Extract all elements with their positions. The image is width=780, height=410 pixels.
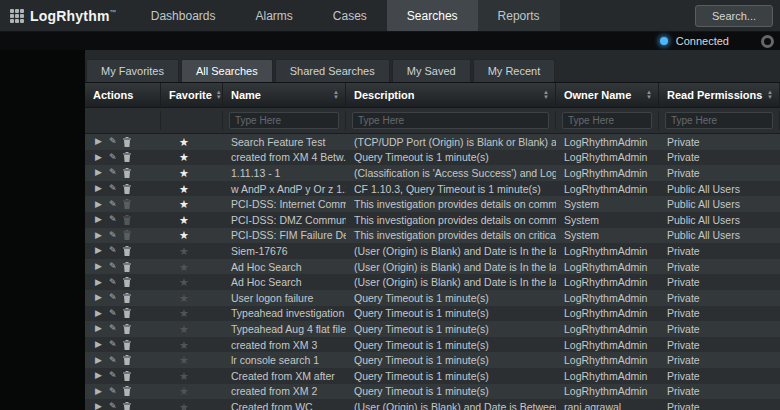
delete-search-button[interactable]: [123, 293, 131, 303]
delete-search-button[interactable]: [123, 371, 131, 381]
table-row[interactable]: ▶ ✎ ★ Ad Hoc Search (User (Origin) is Bl…: [85, 274, 780, 290]
run-search-button[interactable]: ▶: [95, 340, 102, 349]
delete-search-button[interactable]: [123, 262, 131, 272]
column-header-description[interactable]: Description ▲▼: [346, 83, 556, 107]
run-search-button[interactable]: ▶: [95, 262, 102, 271]
table-row[interactable]: ▶ ✎ ★ Ad Hoc Search (User (Origin) is Bl…: [85, 259, 780, 275]
table-row[interactable]: ▶ ✎ ★ 1.11.13 - 1 (Classification is 'Ac…: [85, 165, 780, 181]
edit-search-button[interactable]: ✎: [109, 184, 117, 193]
table-row[interactable]: ▶ ✎ ★ Typeahead investigation ... Query …: [85, 306, 780, 322]
edit-search-button[interactable]: ✎: [109, 356, 117, 365]
run-search-button[interactable]: ▶: [95, 200, 102, 209]
run-search-button[interactable]: ▶: [95, 356, 102, 365]
delete-search-button[interactable]: [123, 184, 131, 194]
delete-search-button[interactable]: [123, 246, 131, 256]
run-search-button[interactable]: ▶: [95, 168, 102, 177]
name-filter-input[interactable]: [229, 112, 339, 129]
delete-search-button[interactable]: [123, 402, 131, 410]
favorite-star-icon[interactable]: ★: [169, 261, 189, 273]
run-search-button[interactable]: ▶: [95, 309, 102, 318]
run-search-button[interactable]: ▶: [95, 371, 102, 380]
edit-search-button[interactable]: ✎: [109, 371, 117, 380]
favorite-star-icon[interactable]: ★: [169, 370, 189, 382]
delete-search-button[interactable]: [123, 137, 131, 147]
favorite-star-icon[interactable]: ★: [169, 151, 189, 163]
column-header-owner-name[interactable]: Owner Name ▲▼: [556, 83, 659, 107]
table-row[interactable]: ▶ ✎ ★ Siem-17676 (User (Origin) is Blank…: [85, 243, 780, 259]
edit-search-button[interactable]: ✎: [109, 231, 117, 240]
favorite-star-icon[interactable]: ★: [169, 167, 189, 179]
run-search-button[interactable]: ▶: [95, 153, 102, 162]
edit-search-button[interactable]: ✎: [109, 278, 117, 287]
connection-status-icon[interactable]: [761, 35, 774, 48]
edit-search-button[interactable]: ✎: [109, 324, 117, 333]
delete-search-button[interactable]: [123, 324, 131, 334]
favorite-star-icon[interactable]: ★: [169, 229, 189, 241]
run-search-button[interactable]: ▶: [95, 402, 102, 410]
run-search-button[interactable]: ▶: [95, 215, 102, 224]
tab-my-saved[interactable]: My Saved: [392, 59, 471, 82]
run-search-button[interactable]: ▶: [95, 324, 102, 333]
sort-icon[interactable]: ▲▼: [329, 90, 339, 100]
edit-search-button[interactable]: ✎: [109, 137, 117, 146]
favorite-star-icon[interactable]: ★: [169, 385, 189, 397]
sort-icon[interactable]: ▲▼: [642, 90, 652, 100]
table-row[interactable]: ▶ ✎ ★ PCI-DSS: DMZ Communic... This inve…: [85, 212, 780, 228]
nav-item-dashboards[interactable]: Dashboards: [131, 0, 236, 31]
column-header-name[interactable]: Name ▲▼: [223, 83, 346, 107]
delete-search-button[interactable]: [123, 230, 131, 240]
search-button[interactable]: Search...: [695, 5, 773, 27]
tab-my-favorites[interactable]: My Favorites: [86, 59, 179, 82]
run-search-button[interactable]: ▶: [95, 387, 102, 396]
favorite-star-icon[interactable]: ★: [169, 214, 189, 226]
table-row[interactable]: ▶ ✎ ★ Search Feature Test (TCP/UDP Port …: [85, 134, 780, 150]
nav-item-searches[interactable]: Searches: [387, 0, 478, 31]
favorite-star-icon[interactable]: ★: [169, 276, 189, 288]
table-row[interactable]: ▶ ✎ ★ PCI-DSS: FIM Failure Detail This i…: [85, 228, 780, 244]
delete-search-button[interactable]: [123, 152, 131, 162]
table-row[interactable]: ▶ ✎ ★ created from XM 3 Query Timeout is…: [85, 337, 780, 353]
favorite-star-icon[interactable]: ★: [169, 198, 189, 210]
table-row[interactable]: ▶ ✎ ★ Typeahead Aug 4 flat file Query Ti…: [85, 321, 780, 337]
edit-search-button[interactable]: ✎: [109, 246, 117, 255]
edit-search-button[interactable]: ✎: [109, 215, 117, 224]
nav-item-cases[interactable]: Cases: [313, 0, 387, 31]
edit-search-button[interactable]: ✎: [109, 168, 117, 177]
delete-search-button[interactable]: [123, 308, 131, 318]
run-search-button[interactable]: ▶: [95, 184, 102, 193]
sort-icon[interactable]: ▲▼: [212, 90, 222, 100]
favorite-star-icon[interactable]: ★: [169, 323, 189, 335]
table-row[interactable]: ▶ ✎ ★ created from XM 4 Betw... Query Ti…: [85, 150, 780, 166]
run-search-button[interactable]: ▶: [95, 231, 102, 240]
edit-search-button[interactable]: ✎: [109, 262, 117, 271]
run-search-button[interactable]: ▶: [95, 278, 102, 287]
favorite-star-icon[interactable]: ★: [169, 183, 189, 195]
owner-filter-input[interactable]: [562, 112, 652, 129]
delete-search-button[interactable]: [123, 215, 131, 225]
favorite-star-icon[interactable]: ★: [169, 292, 189, 304]
edit-search-button[interactable]: ✎: [109, 153, 117, 162]
table-row[interactable]: ▶ ✎ ★ User logon failure Query Timeout i…: [85, 290, 780, 306]
edit-search-button[interactable]: ✎: [109, 309, 117, 318]
favorite-star-icon[interactable]: ★: [169, 401, 189, 410]
tab-all-searches[interactable]: All Searches: [181, 59, 273, 82]
run-search-button[interactable]: ▶: [95, 246, 102, 255]
delete-search-button[interactable]: [123, 199, 131, 209]
sort-icon[interactable]: ▲▼: [539, 90, 549, 100]
delete-search-button[interactable]: [123, 340, 131, 350]
table-row[interactable]: ▶ ✎ ★ created from XM 2 Query Timeout is…: [85, 384, 780, 400]
favorite-star-icon[interactable]: ★: [169, 307, 189, 319]
edit-search-button[interactable]: ✎: [109, 387, 117, 396]
edit-search-button[interactable]: ✎: [109, 293, 117, 302]
table-row[interactable]: ▶ ✎ ★ w AndP x AndP y Or z 1.1... CF 1.1…: [85, 181, 780, 197]
run-search-button[interactable]: ▶: [95, 293, 102, 302]
table-row[interactable]: ▶ ✎ ★ Created from XM after Query Timeou…: [85, 368, 780, 384]
table-row[interactable]: ▶ ✎ ★ PCI-DSS: Internet Comm... This inv…: [85, 196, 780, 212]
favorite-star-icon[interactable]: ★: [169, 245, 189, 257]
tab-my-recent[interactable]: My Recent: [473, 59, 556, 82]
column-header-favorite[interactable]: Favorite ▲▼: [161, 83, 223, 107]
edit-search-button[interactable]: ✎: [109, 340, 117, 349]
table-row[interactable]: ▶ ✎ ★ lr console search 1 Query Timeout …: [85, 352, 780, 368]
edit-search-button[interactable]: ✎: [109, 402, 117, 410]
favorite-star-icon[interactable]: ★: [169, 339, 189, 351]
